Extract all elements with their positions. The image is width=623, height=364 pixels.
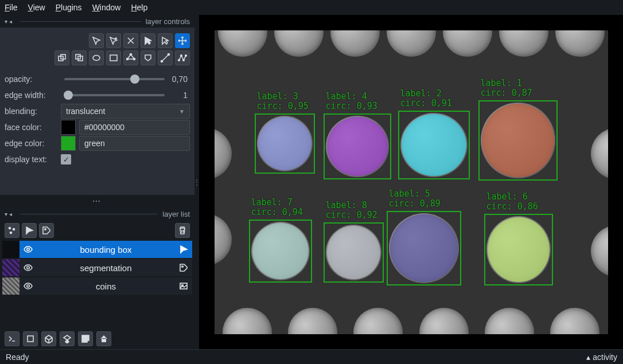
new-labels-button[interactable]	[39, 223, 54, 238]
bbox-label: label: 7circ: 0,94	[251, 198, 303, 217]
layer-thumbnail	[2, 259, 20, 276]
lasso-polygon-tool[interactable]	[141, 50, 155, 65]
rectangle-tool[interactable]	[106, 50, 121, 65]
visibility-toggle[interactable]	[20, 277, 37, 295]
layer-item[interactable]: bounding box	[2, 241, 192, 258]
move-back-tool[interactable]	[72, 50, 87, 65]
move-front-tool[interactable]	[54, 50, 69, 65]
edgecolor-swatch[interactable]	[61, 136, 76, 151]
edgewidth-label: edge width:	[5, 91, 61, 100]
bbox-label: label: 1circ: 0,87	[481, 79, 532, 98]
facecolor-swatch[interactable]	[61, 120, 76, 135]
svg-point-12	[181, 55, 182, 57]
roll-dims-button[interactable]	[41, 331, 56, 346]
blending-label: blending:	[5, 107, 61, 116]
bounding-box[interactable]: label: 2circ: 0,91	[398, 111, 470, 179]
blending-select[interactable]: translucent	[61, 104, 190, 119]
visibility-toggle[interactable]	[20, 241, 37, 258]
bounding-box[interactable]: label: 5circ: 0,89	[387, 211, 461, 285]
menu-plugins[interactable]: Plugins	[56, 3, 82, 12]
bbox-label: label: 8circ: 0,92	[326, 201, 377, 220]
layer-controls: opacity: 0,70 edge width: 1 blending: tr…	[0, 28, 194, 195]
polygon-tool[interactable]	[123, 50, 138, 65]
ndisplay-button[interactable]	[23, 331, 38, 346]
collapse-controls-icon[interactable]: ▾ ◂	[5, 18, 12, 25]
select-vertex-tool[interactable]	[89, 33, 104, 48]
console-button[interactable]	[5, 331, 20, 346]
layer-name: coins	[37, 281, 175, 291]
home-button[interactable]	[96, 331, 111, 346]
delete-shape-tool[interactable]	[123, 33, 138, 48]
activity-button[interactable]: ▴ activity	[586, 353, 617, 362]
displaytext-checkbox[interactable]: ✓	[61, 154, 71, 165]
grid-button[interactable]	[78, 331, 93, 346]
bounding-box[interactable]: label: 1circ: 0,87	[478, 100, 558, 181]
ellipse-tool[interactable]	[89, 50, 104, 65]
select-tool[interactable]	[141, 33, 155, 48]
svg-point-21	[182, 266, 184, 268]
layer-item[interactable]: coins	[2, 277, 192, 295]
menu-bar: File View Plugins Window Help	[0, 0, 623, 15]
svg-rect-32	[82, 341, 84, 342]
facecolor-label: face color:	[5, 123, 61, 132]
panel-header-controls: ▾ ◂ layer controls	[0, 15, 194, 28]
bounding-box[interactable]: label: 4circ: 0,93	[324, 113, 391, 179]
opacity-slider[interactable]	[64, 78, 165, 80]
svg-point-19	[27, 248, 29, 251]
path-tool[interactable]	[175, 50, 190, 65]
bounding-box[interactable]: label: 6circ: 0,86	[484, 214, 553, 285]
svg-point-20	[27, 267, 29, 269]
bbox-label: label: 6circ: 0,86	[486, 192, 538, 212]
menu-file[interactable]: File	[5, 3, 18, 12]
svg-rect-27	[85, 335, 87, 338]
layer-name: bounding box	[37, 245, 175, 255]
transpose-button[interactable]	[60, 331, 75, 346]
layer-type-buttons	[0, 220, 194, 241]
bounding-box[interactable]: label: 7circ: 0,94	[249, 220, 312, 283]
direct-select-tool[interactable]	[158, 33, 173, 48]
svg-rect-33	[85, 341, 87, 342]
panel-title-controls: layer controls	[146, 17, 190, 26]
add-vertex-tool[interactable]	[106, 33, 121, 48]
canvas-area[interactable]: label: 3circ: 0,95label: 4circ: 0,93labe…	[199, 15, 623, 349]
layer-item[interactable]: segmentation	[2, 259, 192, 276]
sidebar: ▾ ◂ layer controls	[0, 15, 194, 349]
edgewidth-value: 1	[168, 91, 190, 100]
menu-window[interactable]: Window	[92, 3, 121, 12]
bbox-label: label: 4circ: 0,93	[326, 92, 377, 111]
delete-layer-button[interactable]	[175, 223, 190, 238]
viewer-buttons	[0, 328, 194, 349]
new-points-button[interactable]	[5, 223, 20, 238]
svg-point-18	[45, 229, 46, 230]
edgecolor-input[interactable]: green	[79, 136, 190, 151]
panel-title-list: layer list	[162, 210, 190, 218]
splitter-vertical[interactable]: ⋮	[194, 15, 199, 349]
layer-name: segmentation	[37, 263, 175, 273]
svg-point-22	[27, 285, 29, 287]
line-tool[interactable]	[158, 50, 173, 65]
svg-point-11	[178, 60, 180, 61]
svg-point-10	[168, 54, 170, 56]
menu-view[interactable]: View	[28, 3, 45, 12]
visibility-toggle[interactable]	[20, 259, 37, 276]
layer-type-icon	[175, 277, 192, 295]
edgewidth-slider[interactable]	[64, 94, 165, 96]
new-shapes-button[interactable]	[22, 223, 37, 238]
collapse-list-icon[interactable]: ▾ ◂	[5, 211, 12, 217]
svg-point-4	[93, 56, 100, 61]
pan-zoom-tool[interactable]	[175, 33, 190, 48]
menu-help[interactable]: Help	[131, 3, 147, 12]
layer-type-icon	[175, 241, 192, 258]
displaytext-label: display text:	[5, 155, 61, 164]
status-bar: Ready ▴ activity	[0, 349, 623, 364]
opacity-label: opacity:	[5, 75, 61, 84]
bbox-label: label: 2circ: 0,91	[400, 89, 452, 108]
bounding-box[interactable]: label: 3circ: 0,95	[255, 113, 315, 174]
svg-point-8	[127, 58, 129, 60]
facecolor-input[interactable]: #00000000	[79, 120, 190, 135]
bounding-box[interactable]: label: 8circ: 0,92	[324, 222, 384, 283]
bbox-label: label: 5circ: 0,89	[389, 189, 441, 209]
svg-point-7	[134, 58, 135, 60]
splitter-horizontal[interactable]	[0, 195, 194, 208]
svg-rect-30	[85, 338, 87, 340]
